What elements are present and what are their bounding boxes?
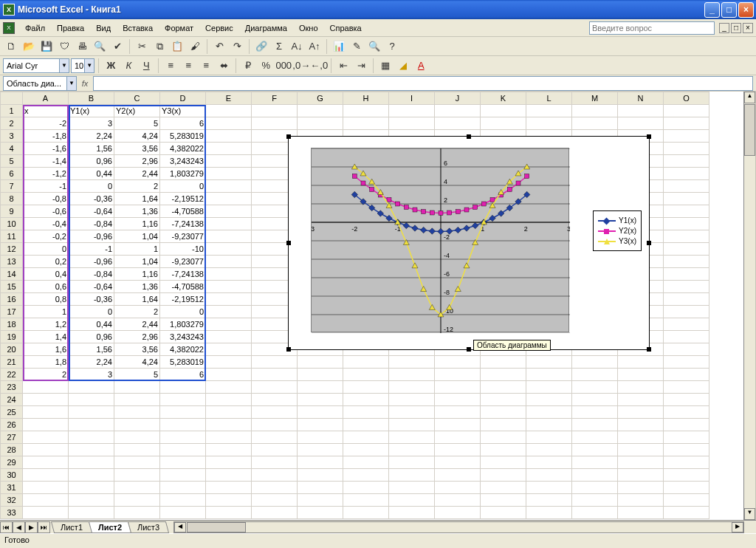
row-header[interactable]: 13: [1, 256, 23, 268]
cell[interactable]: [664, 356, 709, 369]
mdi-restore[interactable]: □: [731, 23, 741, 33]
row-header[interactable]: 27: [1, 431, 23, 444]
tab-last-icon[interactable]: ⏭: [38, 521, 50, 533]
cell[interactable]: [252, 444, 298, 456]
cell[interactable]: [435, 431, 481, 444]
cell[interactable]: [435, 105, 481, 117]
cell[interactable]: 1,64: [114, 293, 160, 306]
cell[interactable]: [160, 406, 206, 419]
cell[interactable]: [206, 130, 252, 143]
menu-tools[interactable]: Сервис: [199, 22, 239, 34]
row-header[interactable]: 23: [1, 381, 23, 394]
row-header[interactable]: 32: [1, 494, 23, 507]
cell[interactable]: [664, 419, 709, 431]
cell[interactable]: [526, 406, 572, 419]
cell[interactable]: [343, 105, 389, 117]
cell[interactable]: -0,36: [69, 293, 114, 306]
cell[interactable]: [526, 117, 572, 130]
cell[interactable]: [298, 456, 343, 469]
cell[interactable]: [481, 117, 526, 130]
cell[interactable]: [23, 469, 69, 482]
row-header[interactable]: 29: [1, 456, 23, 469]
scroll-up-button[interactable]: ▲: [744, 92, 755, 103]
cell[interactable]: [298, 469, 343, 482]
bold-icon[interactable]: Ж: [103, 58, 119, 74]
cell[interactable]: [160, 456, 206, 469]
cell[interactable]: [389, 507, 435, 519]
cell[interactable]: [252, 456, 298, 469]
menu-help[interactable]: Справка: [324, 22, 368, 34]
cell[interactable]: [664, 256, 709, 268]
menu-file[interactable]: Файл: [19, 22, 51, 34]
cell[interactable]: [206, 482, 252, 494]
cell[interactable]: 4,382022: [160, 343, 206, 356]
sort-desc-icon[interactable]: A↑: [306, 38, 323, 55]
name-box[interactable]: Область диа...▼: [3, 76, 77, 91]
cell[interactable]: [160, 507, 206, 519]
scroll-left-button[interactable]: ◀: [174, 522, 186, 532]
row-header[interactable]: 22: [1, 369, 23, 381]
cell[interactable]: [114, 494, 160, 507]
cell[interactable]: 3: [69, 369, 114, 381]
cell[interactable]: [618, 469, 664, 482]
row-header[interactable]: 11: [1, 230, 23, 243]
cell[interactable]: 1,2: [23, 318, 69, 331]
cell[interactable]: [69, 419, 114, 431]
cell[interactable]: [481, 394, 526, 406]
cell[interactable]: -0,84: [69, 218, 114, 230]
cell[interactable]: -10: [160, 243, 206, 256]
cell[interactable]: [481, 482, 526, 494]
cell[interactable]: 1,16: [114, 268, 160, 281]
cell[interactable]: -7,24138: [160, 218, 206, 230]
cell[interactable]: [206, 456, 252, 469]
cell[interactable]: [664, 507, 709, 519]
cell[interactable]: [252, 507, 298, 519]
cell[interactable]: -9,23077: [160, 256, 206, 268]
cell[interactable]: [206, 406, 252, 419]
cell[interactable]: -0,36: [69, 193, 114, 205]
menu-format[interactable]: Формат: [159, 22, 199, 34]
col-header[interactable]: I: [389, 92, 435, 105]
row-header[interactable]: 12: [1, 243, 23, 256]
underline-icon[interactable]: Ч: [138, 58, 154, 74]
cell[interactable]: [664, 268, 709, 281]
merge-icon[interactable]: ⬌: [216, 58, 232, 74]
cell[interactable]: [114, 456, 160, 469]
cell[interactable]: 0,44: [69, 318, 114, 331]
cell[interactable]: 2: [114, 306, 160, 318]
cell[interactable]: 5,283019: [160, 356, 206, 369]
cell[interactable]: [389, 456, 435, 469]
cell[interactable]: [526, 494, 572, 507]
chart-handle[interactable]: [647, 134, 651, 139]
inc-decimal-icon[interactable]: ,0→: [293, 58, 309, 74]
print-icon[interactable]: 🖶: [74, 38, 90, 55]
col-header[interactable]: M: [572, 92, 618, 105]
col-header[interactable]: H: [343, 92, 389, 105]
cell[interactable]: [572, 117, 618, 130]
cell[interactable]: [572, 469, 618, 482]
scroll-down-button[interactable]: ▼: [744, 508, 755, 520]
cell[interactable]: [664, 168, 709, 180]
row-header[interactable]: 19: [1, 331, 23, 343]
chart-object[interactable]: -12-10-8-6-4-22468-3-2-1123 Y1(x) Y2(x) …: [288, 136, 650, 350]
cell[interactable]: [664, 293, 709, 306]
copy-icon[interactable]: ⧉: [151, 38, 168, 55]
tab-next-icon[interactable]: ▶: [25, 521, 38, 533]
cell[interactable]: [664, 155, 709, 168]
row-header[interactable]: 3: [1, 130, 23, 143]
cell[interactable]: [664, 180, 709, 193]
cell[interactable]: [664, 230, 709, 243]
cell[interactable]: [664, 143, 709, 155]
cell[interactable]: [389, 394, 435, 406]
cell[interactable]: [664, 306, 709, 318]
cell[interactable]: [343, 456, 389, 469]
sheet-tab[interactable]: Лист1: [51, 521, 92, 533]
cell[interactable]: [481, 356, 526, 369]
cell[interactable]: [114, 431, 160, 444]
cell[interactable]: [298, 105, 343, 117]
cell[interactable]: [618, 482, 664, 494]
menu-view[interactable]: Вид: [90, 22, 117, 34]
cell[interactable]: [206, 343, 252, 356]
row-header[interactable]: 9: [1, 205, 23, 218]
cell[interactable]: [618, 356, 664, 369]
